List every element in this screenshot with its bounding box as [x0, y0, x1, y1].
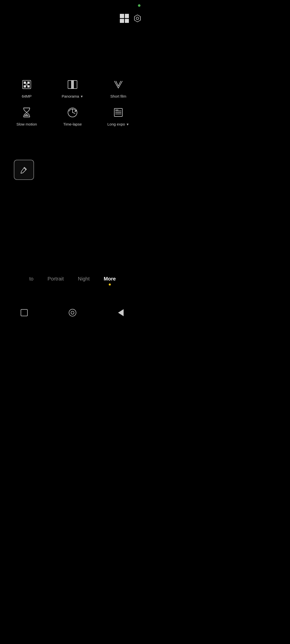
- 64mp-icon: [20, 78, 33, 91]
- panorama-label: Panorama▼: [62, 94, 83, 98]
- svg-point-1: [136, 17, 139, 20]
- mode-64mp[interactable]: 64MP: [5, 78, 48, 98]
- mode-slow-motion[interactable]: Slow motion: [5, 106, 48, 126]
- tab-more[interactable]: More: [102, 275, 118, 283]
- short-film-icon: [112, 78, 125, 91]
- system-nav-bar: [0, 303, 145, 322]
- svg-rect-7: [25, 83, 28, 86]
- slow-motion-icon: [20, 106, 33, 119]
- mode-long-expo[interactable]: Long expo▼: [97, 106, 140, 126]
- mode-panorama[interactable]: Panorama▼: [51, 78, 94, 98]
- time-lapse-icon: [66, 106, 79, 119]
- long-expo-icon: [112, 106, 125, 119]
- back-button[interactable]: [116, 308, 126, 318]
- panorama-icon: [66, 78, 79, 91]
- slow-motion-label: Slow motion: [16, 122, 37, 126]
- long-expo-label: Long expo▼: [107, 122, 129, 126]
- 64mp-label: 64MP: [22, 94, 31, 98]
- recents-button[interactable]: [19, 308, 29, 318]
- mode-short-film[interactable]: Short film: [97, 78, 140, 98]
- top-controls: [120, 14, 142, 23]
- home-icon: [69, 309, 76, 316]
- tab-portrait[interactable]: Portrait: [46, 275, 66, 283]
- tab-night[interactable]: Night: [76, 275, 92, 283]
- home-button[interactable]: [67, 308, 78, 318]
- time-lapse-label: Time-lapse: [63, 122, 82, 126]
- recents-icon: [21, 309, 28, 316]
- settings-icon[interactable]: [133, 14, 142, 23]
- back-icon: [118, 309, 124, 316]
- modes-grid: 64MP Panorama▼ Short film: [0, 78, 145, 126]
- svg-line-16: [72, 112, 75, 113]
- mode-time-lapse[interactable]: Time-lapse: [51, 106, 94, 126]
- edit-mode-button[interactable]: [14, 160, 34, 180]
- status-indicator: [138, 4, 140, 7]
- tab-to[interactable]: to: [27, 275, 35, 283]
- mode-tabs: to Portrait Night More: [0, 275, 145, 283]
- svg-marker-0: [134, 15, 140, 22]
- short-film-label: Short film: [110, 94, 126, 98]
- svg-rect-9: [71, 80, 74, 89]
- grid-toggle-icon[interactable]: [120, 14, 129, 23]
